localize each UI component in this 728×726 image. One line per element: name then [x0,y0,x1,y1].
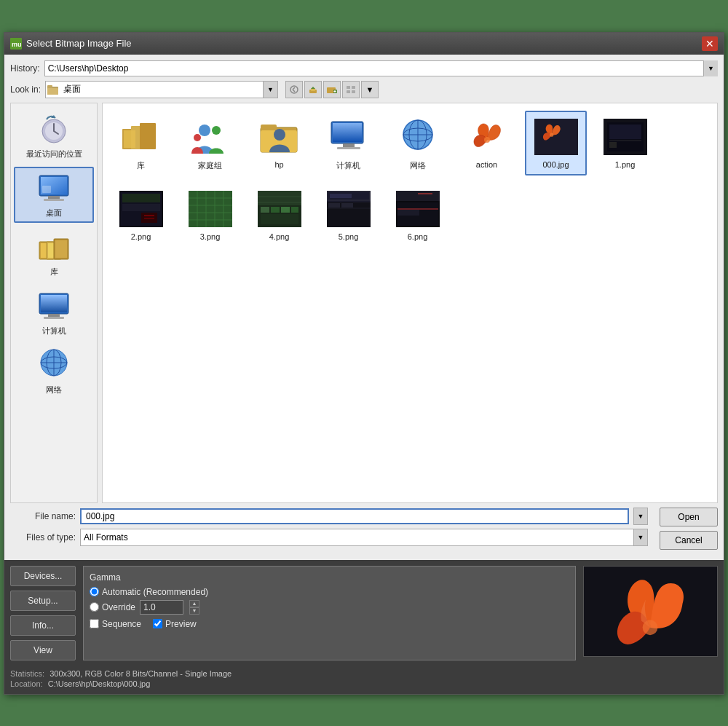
toolbar-extra-btn[interactable]: ▼ [361,81,379,98]
file-item-3png-label: 3.png [200,232,221,241]
file-item-computer[interactable]: 计算机 [317,111,379,175]
filename-row: File name: ▼ [10,508,648,525]
preview-label[interactable]: Preview [153,619,197,629]
statistics-label: Statistics: [10,669,44,678]
file-item-network[interactable]: 网络 [387,111,448,175]
file-item-4png-label: 4.png [269,232,290,241]
sequence-label[interactable]: Sequence [90,619,141,629]
sequence-checkbox[interactable] [90,619,99,628]
svg-rect-10 [347,86,350,89]
file-item-5png-label: 5.png [339,232,359,241]
file-item-hp-label: hp [274,160,283,169]
preview-checkbox[interactable] [153,619,162,628]
toolbar-back-btn[interactable] [285,81,303,98]
view-button[interactable]: View [10,640,76,660]
history-row: History: C:\Users\hp\Desktop ▼ [10,60,718,76]
gamma-up-btn[interactable]: ▲ [189,600,199,607]
lookin-combo[interactable]: 桌面 ▼ [45,81,278,98]
svg-point-59 [550,133,553,136]
file-item-5png[interactable]: 5.png [317,183,379,245]
sidebar-item-recent[interactable]: 最近访问的位置 [14,108,94,164]
gamma-override-row: Override ▲ ▼ [90,600,569,615]
svg-rect-64 [609,142,617,148]
open-cancel-buttons: Open Cancel [660,508,718,550]
file-item-family[interactable]: 家庭组 [179,111,241,175]
svg-point-43 [194,134,201,141]
gamma-override-label[interactable]: Override [90,602,135,612]
title-bar: mu Select Bitmap Image File ✕ [4,33,724,55]
filetype-select[interactable]: All Formats [80,529,633,546]
file-area[interactable]: 库 [102,103,718,503]
svg-rect-11 [352,86,355,89]
file-item-1png[interactable]: 1.png [594,111,656,175]
file-item-4png[interactable]: 4.png [248,183,310,245]
preview-box [583,566,718,657]
lookin-label: Look in: [10,84,41,95]
sidebar-item-network[interactable]: 网络 [14,344,94,400]
file-item-3png[interactable]: 3.png [179,183,241,245]
file-item-000jpg[interactable]: 000.jpg [525,111,587,175]
svg-rect-3 [47,88,58,95]
000jpg-file-icon [534,115,578,159]
svg-rect-50 [343,143,355,147]
gamma-override-value[interactable] [140,600,183,615]
filename-input[interactable] [80,508,629,524]
svg-rect-40 [124,130,135,148]
sidebar-item-computer[interactable]: 计算机 [14,285,94,341]
bottom-section: Devices... Setup... Info... View Gamma A… [4,560,724,666]
svg-rect-30 [48,314,60,317]
svg-rect-96 [328,203,340,208]
file-item-library-label: 库 [137,160,145,171]
svg-point-5 [290,86,298,93]
gamma-title: Gamma [90,572,569,583]
filetype-combo: All Formats ▼ [80,529,648,546]
file-item-action[interactable]: action [456,111,518,175]
gamma-automatic-radio[interactable] [90,587,99,596]
statistics-row: Statistics: 300x300, RGB Color 8 Bits/Ch… [10,669,718,678]
filetype-dropdown-arrow[interactable]: ▼ [633,529,648,546]
gamma-down-btn[interactable]: ▼ [189,607,199,615]
filetype-row: Files of type: All Formats ▼ [10,529,648,546]
sidebar-recent-label: 最近访问的位置 [26,149,82,159]
file-item-hp[interactable]: hp [248,111,310,175]
svg-rect-72 [189,191,232,227]
svg-rect-68 [122,204,160,211]
devices-button[interactable]: Devices... [10,566,76,586]
filename-dropdown-btn[interactable]: ▼ [633,508,648,525]
svg-rect-62 [609,125,641,139]
location-value: C:\Users\hp\Desktop\000.jpg [48,679,151,688]
sidebar-item-library[interactable]: 库 [14,226,94,282]
sidebar: 最近访问的位置 [10,103,98,503]
4png-file-icon [258,187,301,231]
setup-button[interactable]: Setup... [10,591,76,611]
sidebar-item-desktop[interactable]: 桌面 [14,167,94,223]
dialog-window: mu Select Bitmap Image File ✕ History: C… [4,32,724,695]
lookin-dropdown-arrow[interactable]: ▼ [263,82,277,98]
svg-rect-18 [48,196,60,199]
info-button[interactable]: Info... [10,615,76,636]
close-button[interactable]: ✕ [702,36,718,51]
svg-point-41 [199,125,210,136]
gamma-spinner: ▲ ▼ [189,600,199,615]
svg-point-42 [212,126,221,135]
toolbar-up-btn[interactable] [304,81,322,98]
file-item-2png[interactable]: 2.png [110,183,172,245]
open-button[interactable]: Open [660,508,718,526]
hp-file-icon [258,115,301,159]
svg-rect-97 [341,203,353,208]
toolbar-view-btn[interactable] [342,81,360,98]
file-item-6png[interactable]: 6.png [387,183,448,245]
1png-file-icon [604,115,647,159]
gamma-override-radio[interactable] [90,602,99,612]
file-item-1png-label: 1.png [615,160,636,169]
lookin-text: 桌面 [60,83,263,95]
file-item-library[interactable]: 库 [110,111,172,175]
history-select[interactable]: C:\Users\hp\Desktop [44,60,718,76]
cancel-button[interactable]: Cancel [660,531,718,550]
gamma-automatic-label[interactable]: Automatic (Recommended) [90,587,208,597]
library-icon [36,230,71,265]
svg-rect-13 [352,90,355,93]
3png-file-icon [189,187,232,231]
toolbar-new-folder-btn[interactable] [323,81,341,98]
dialog-body: History: C:\Users\hp\Desktop ▼ Look in: [4,55,724,560]
